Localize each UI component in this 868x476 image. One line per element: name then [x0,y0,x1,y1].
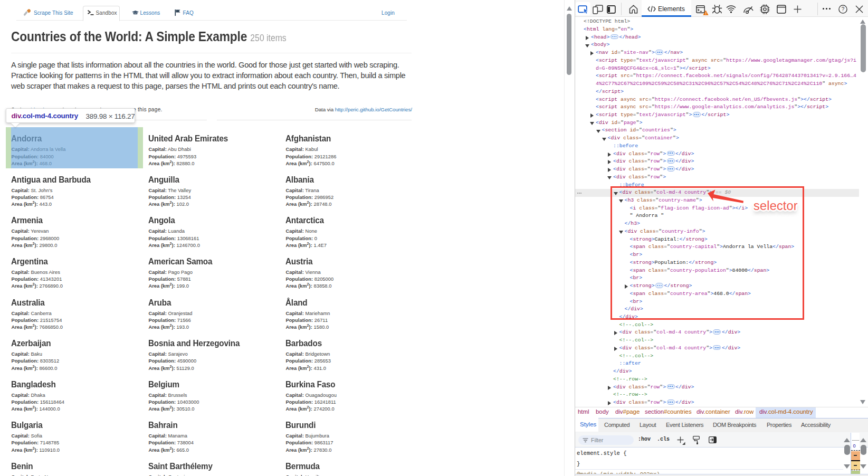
svg-text:?: ? [842,6,845,12]
